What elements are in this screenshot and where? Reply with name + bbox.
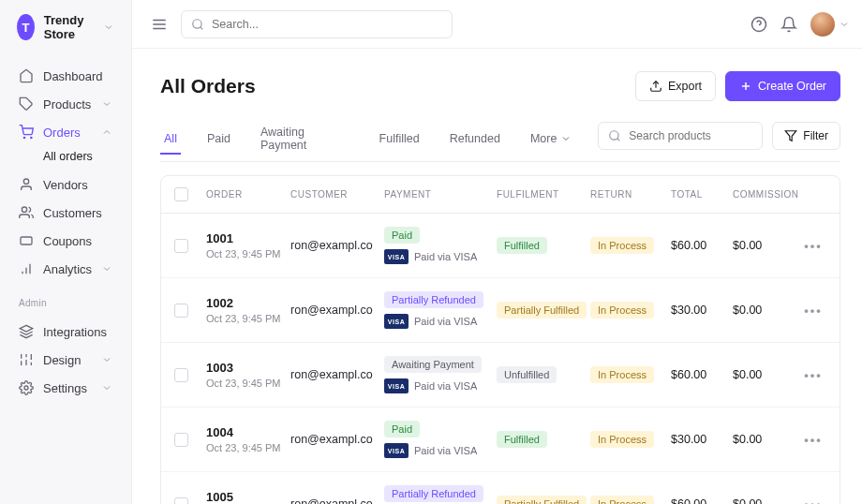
sidebar-item-orders[interactable]: Orders	[9, 118, 122, 146]
row-actions-button[interactable]: •••	[795, 239, 832, 253]
help-button[interactable]	[751, 16, 767, 33]
svg-point-15	[24, 386, 28, 390]
svg-point-2	[23, 179, 28, 184]
tab-paid[interactable]: Paid	[203, 125, 234, 155]
order-id: 1001	[206, 231, 290, 245]
sidebar-item-coupons[interactable]: Coupons	[9, 227, 122, 255]
table-row[interactable]: 1001Oct 23, 9:45 PMron@exampl.coPaidVISA…	[161, 214, 840, 278]
fulfilment-badge: Fulfilled	[497, 237, 547, 254]
chevron-down-icon	[101, 354, 112, 365]
tag-icon	[19, 96, 34, 111]
visa-icon: VISA	[384, 314, 409, 329]
customer-email: ron@exampl.co	[290, 433, 384, 446]
table-row[interactable]: 1005Oct 23, 9:45 PMron@exampl.coPartiall…	[161, 472, 840, 504]
product-search[interactable]	[598, 122, 763, 150]
visa-icon: VISA	[384, 249, 409, 264]
row-checkbox[interactable]	[174, 433, 188, 447]
filter-button[interactable]: Filter	[772, 122, 840, 150]
ticket-icon	[19, 233, 34, 248]
store-switcher[interactable]: T Trendy Store	[0, 13, 131, 56]
sidebar-item-dashboard[interactable]: Dashboard	[9, 62, 122, 90]
col-total: TOTAL	[671, 189, 733, 200]
svg-line-20	[201, 26, 203, 29]
main: All Orders Export Create Order All Paid …	[132, 0, 862, 504]
order-id: 1005	[206, 490, 290, 504]
sidebar-item-label: Customers	[43, 206, 102, 220]
chevron-down-icon	[101, 98, 112, 110]
sidebar-item-integrations[interactable]: Integrations	[9, 318, 122, 346]
payment-badge: Paid	[384, 227, 420, 244]
return-badge: In Process	[590, 431, 654, 448]
col-payment: PAYMENT	[384, 189, 497, 200]
tab-fulfilled[interactable]: Fulfilled	[376, 125, 424, 155]
row-actions-button[interactable]: •••	[795, 368, 832, 382]
customer-email: ron@exampl.co	[290, 497, 384, 504]
customer-email: ron@exampl.co	[290, 368, 384, 381]
search-icon	[608, 129, 621, 142]
row-checkbox[interactable]	[174, 368, 188, 382]
notifications-button[interactable]	[780, 16, 797, 33]
sidebar-item-label: Settings	[43, 381, 87, 395]
order-date: Oct 23, 9:45 PM	[206, 442, 290, 453]
return-badge: In Process	[590, 496, 654, 504]
menu-toggle[interactable]	[151, 16, 168, 33]
tabs: All Paid Awaiting Payment Fulfilled Refu…	[160, 118, 840, 162]
select-all-checkbox[interactable]	[174, 187, 188, 201]
paid-via-text: Paid via VISA	[414, 316, 477, 327]
row-actions-button[interactable]: •••	[795, 304, 832, 318]
tab-more[interactable]: More	[527, 125, 575, 155]
row-actions-button[interactable]: •••	[795, 497, 832, 505]
row-checkbox[interactable]	[174, 239, 188, 253]
cart-icon	[19, 125, 34, 140]
row-checkbox[interactable]	[174, 304, 188, 318]
tab-all[interactable]: All	[160, 125, 181, 155]
commission-amount: $0.00	[733, 368, 795, 381]
page-title: All Orders	[160, 75, 256, 97]
search-icon	[191, 18, 204, 31]
sidebar-item-label: Products	[43, 97, 91, 111]
table-row[interactable]: 1003Oct 23, 9:45 PMron@exampl.coAwaiting…	[161, 343, 840, 408]
col-commission: COMMISSION	[733, 189, 795, 200]
table-row[interactable]: 1002Oct 23, 9:45 PMron@exampl.coPartiall…	[161, 278, 840, 343]
global-search-input[interactable]	[212, 18, 442, 31]
svg-marker-8	[20, 325, 32, 332]
svg-point-0	[23, 137, 24, 138]
col-return: RETURN	[590, 189, 671, 200]
sidebar-subitem-all-orders[interactable]: All orders	[9, 146, 122, 170]
button-label: Filter	[803, 129, 828, 142]
row-actions-button[interactable]: •••	[795, 433, 832, 447]
tab-awaiting[interactable]: Awaiting Payment	[257, 118, 353, 161]
order-id: 1002	[206, 296, 290, 310]
sidebar: T Trendy Store Dashboard Products Orders…	[0, 0, 132, 504]
total-amount: $60.00	[671, 497, 733, 504]
total-amount: $60.00	[671, 239, 733, 252]
sidebar-item-vendors[interactable]: Vendors	[9, 170, 122, 199]
tab-refunded[interactable]: Refunded	[446, 125, 504, 155]
order-date: Oct 23, 9:45 PM	[206, 313, 290, 324]
sidebar-item-settings[interactable]: Settings	[9, 374, 122, 402]
store-name: Trendy Store	[44, 13, 94, 41]
user-menu[interactable]	[810, 12, 850, 37]
order-date: Oct 23, 9:45 PM	[206, 378, 290, 389]
sidebar-item-customers[interactable]: Customers	[9, 199, 122, 227]
svg-point-3	[22, 207, 26, 212]
global-search[interactable]	[181, 10, 453, 38]
row-checkbox[interactable]	[174, 497, 188, 505]
sidebar-item-design[interactable]: Design	[9, 346, 122, 374]
table-row[interactable]: 1004Oct 23, 9:45 PMron@exampl.coPaidVISA…	[161, 408, 840, 472]
svg-line-27	[617, 139, 620, 141]
upload-icon	[649, 80, 662, 93]
col-fulfilment: FULFILMENT	[497, 189, 590, 200]
order-id: 1003	[206, 361, 290, 375]
product-search-input[interactable]	[629, 129, 769, 142]
payment-badge: Awaiting Payment	[384, 356, 482, 373]
create-order-button[interactable]: Create Order	[725, 71, 840, 101]
order-date: Oct 23, 9:45 PM	[206, 248, 290, 259]
home-icon	[19, 68, 34, 83]
sidebar-item-products[interactable]: Products	[9, 90, 122, 118]
visa-icon: VISA	[384, 378, 409, 393]
sidebar-item-label: Vendors	[43, 178, 88, 192]
export-button[interactable]: Export	[635, 71, 716, 101]
sidebar-item-analytics[interactable]: Analytics	[9, 255, 122, 283]
customer-email: ron@exampl.co	[290, 239, 384, 252]
